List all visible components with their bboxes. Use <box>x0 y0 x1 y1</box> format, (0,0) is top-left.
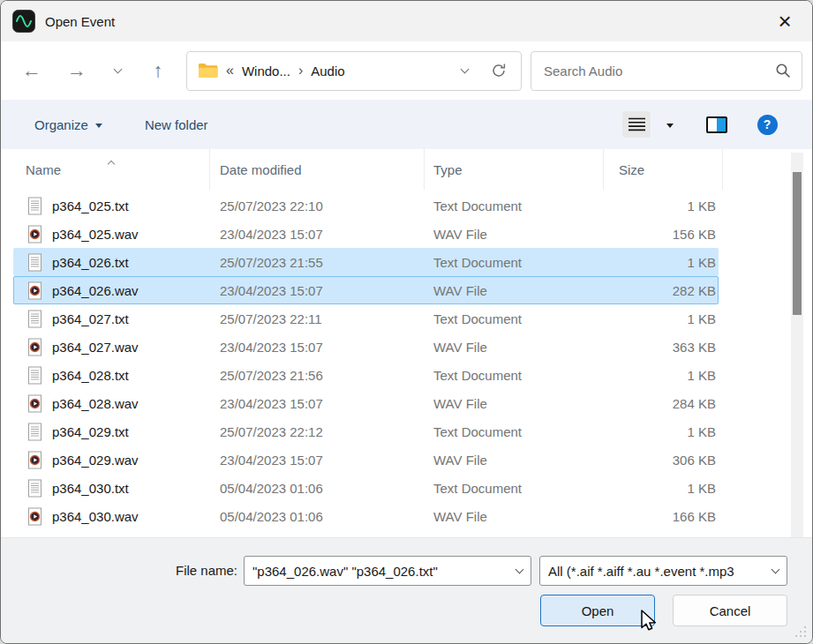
file-type: Text Document <box>425 191 604 220</box>
scrollbar-thumb[interactable] <box>793 172 802 315</box>
file-size: 1 KB <box>604 191 719 220</box>
chevron-down-icon[interactable] <box>516 565 524 573</box>
chevron-down-icon <box>772 565 780 573</box>
cancel-button[interactable]: Cancel <box>673 595 787 626</box>
file-name-text: p364_025.wav <box>52 227 139 242</box>
file-row[interactable]: p364_027.txt25/07/2023 22:11Text Documen… <box>13 304 719 333</box>
file-type: Text Document <box>425 304 604 333</box>
text-file-icon <box>27 423 42 441</box>
organize-button[interactable]: Organize <box>34 117 102 132</box>
open-event-dialog: Open Event × ← → ↑ « Windo... › Audio <box>0 0 813 644</box>
breadcrumb-overflow-button[interactable]: « <box>226 63 234 79</box>
view-mode-button[interactable] <box>622 111 651 138</box>
file-type: WAV File <box>425 276 604 304</box>
back-button[interactable]: ← <box>14 53 49 88</box>
chevron-down-icon <box>460 64 469 73</box>
file-size: 1 KB <box>604 361 719 389</box>
new-folder-button[interactable]: New folder <box>145 117 208 132</box>
column-header-type[interactable]: Type <box>425 149 604 190</box>
preview-pane-button[interactable] <box>702 111 732 138</box>
up-button[interactable]: ↑ <box>140 53 176 88</box>
file-row[interactable]: p364_026.wav23/04/2023 15:07WAV File282 … <box>13 276 719 304</box>
forward-button[interactable]: → <box>59 53 94 88</box>
view-list-icon <box>629 117 645 131</box>
file-date-modified: 25/07/2023 22:10 <box>210 191 425 220</box>
file-date-modified: 23/04/2023 15:07 <box>210 220 425 248</box>
file-type: WAV File <box>425 333 604 361</box>
file-row[interactable]: p364_029.wav23/04/2023 15:07WAV File306 … <box>13 446 719 474</box>
forward-icon: → <box>67 59 87 82</box>
file-size: 1 KB <box>604 248 719 276</box>
recent-locations-button[interactable] <box>104 53 131 88</box>
chevron-down-icon <box>113 64 122 73</box>
file-size: 363 KB <box>604 333 719 361</box>
file-row[interactable]: p364_027.wav23/04/2023 15:07WAV File363 … <box>13 333 719 361</box>
file-name-text: p364_025.txt <box>52 198 129 213</box>
breadcrumb-separator: › <box>298 63 303 79</box>
resize-grip-icon[interactable] <box>794 625 808 639</box>
help-button[interactable]: ? <box>754 111 780 138</box>
file-size: 306 KB <box>604 446 719 474</box>
file-name-label: File name: <box>142 556 237 586</box>
audio-file-icon <box>27 281 42 300</box>
refresh-icon <box>490 62 508 79</box>
file-name-text: p364_030.txt <box>52 481 129 496</box>
file-size: 166 KB <box>604 502 719 530</box>
file-date-modified: 23/04/2023 15:07 <box>210 389 425 417</box>
search-icon[interactable] <box>775 63 791 79</box>
file-type: Text Document <box>425 474 604 502</box>
audio-file-icon <box>27 451 42 469</box>
column-header-size[interactable]: Size <box>604 149 723 190</box>
address-dropdown-button[interactable] <box>451 56 478 86</box>
file-row[interactable]: p364_028.txt25/07/2023 21:56Text Documen… <box>13 361 719 389</box>
file-name-text: p364_030.wav <box>52 509 139 524</box>
file-size: 1 KB <box>604 474 719 502</box>
text-file-icon <box>27 310 42 328</box>
file-row[interactable]: p364_029.txt25/07/2023 22:12Text Documen… <box>13 417 719 446</box>
file-size: 156 KB <box>604 220 719 248</box>
help-icon: ? <box>757 115 778 135</box>
breadcrumb-item-parent[interactable]: Windo... <box>242 64 290 79</box>
file-name-input[interactable] <box>252 564 511 579</box>
file-name-text: p364_026.txt <box>52 255 129 270</box>
refresh-button[interactable] <box>486 56 512 86</box>
search-input[interactable] <box>544 64 775 79</box>
file-name-combo <box>244 556 531 586</box>
file-row[interactable]: p364_025.txt25/07/2023 22:10Text Documen… <box>13 191 719 220</box>
file-date-modified: 05/04/2023 01:06 <box>210 474 425 502</box>
column-headers: Name Date modified Type Size <box>1 149 723 190</box>
file-date-modified: 25/07/2023 22:11 <box>210 304 425 333</box>
column-header-name[interactable]: Name <box>13 149 210 190</box>
app-icon <box>12 10 35 33</box>
file-date-modified: 25/07/2023 21:55 <box>210 248 425 276</box>
file-row[interactable]: p364_030.wav05/04/2023 01:06WAV File166 … <box>13 502 719 530</box>
organize-label: Organize <box>34 117 88 132</box>
audio-file-icon <box>27 338 42 356</box>
back-icon: ← <box>22 59 41 82</box>
file-row[interactable]: p364_030.txt05/04/2023 01:06Text Documen… <box>13 474 719 502</box>
file-type: Text Document <box>425 417 604 446</box>
file-row[interactable]: p364_025.wav23/04/2023 15:07WAV File156 … <box>13 220 719 248</box>
column-header-date-modified[interactable]: Date modified <box>210 149 425 190</box>
file-size: 282 KB <box>604 276 719 304</box>
navigation-bar: ← → ↑ « Windo... › Audio <box>1 41 812 100</box>
address-bar[interactable]: « Windo... › Audio <box>186 51 522 91</box>
window-title: Open Event <box>45 14 115 29</box>
open-button[interactable]: Open <box>540 595 655 626</box>
preview-pane-icon <box>706 116 727 133</box>
view-mode-dropdown-button[interactable] <box>662 111 678 138</box>
file-date-modified: 23/04/2023 15:07 <box>210 276 425 304</box>
titlebar: Open Event × <box>1 1 812 41</box>
file-row[interactable]: p364_026.txt25/07/2023 21:55Text Documen… <box>13 248 719 276</box>
file-date-modified: 25/07/2023 21:56 <box>210 361 425 389</box>
triangle-down-icon <box>666 124 674 128</box>
file-type-select[interactable]: All (*.aif *.aiff *.au *.event *.mp3 <box>539 556 787 586</box>
vertical-scrollbar[interactable] <box>791 153 803 537</box>
new-folder-label: New folder <box>145 117 208 132</box>
breadcrumb-item-current[interactable]: Audio <box>311 64 344 79</box>
file-name-text: p364_028.wav <box>52 396 139 411</box>
close-button[interactable]: × <box>768 7 802 35</box>
file-size: 1 KB <box>604 417 719 446</box>
file-type: Text Document <box>425 248 604 276</box>
file-row[interactable]: p364_028.wav23/04/2023 15:07WAV File284 … <box>13 389 719 417</box>
